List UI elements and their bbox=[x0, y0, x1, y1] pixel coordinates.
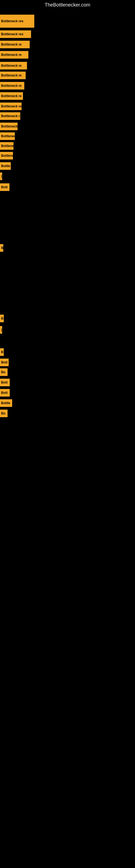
bottleneck-bar-12: Bottleneck bbox=[0, 132, 15, 140]
bottleneck-bar-20: | bbox=[0, 326, 2, 334]
bottleneck-bar-24: Bott bbox=[0, 379, 10, 386]
bottleneck-bar-1: Bottleneck res bbox=[0, 14, 34, 28]
bottleneck-bar-26: Bottle bbox=[0, 399, 12, 407]
bottleneck-bar-11: Bottleneck r bbox=[0, 123, 17, 130]
bottleneck-bar-7: Bottleneck re bbox=[0, 82, 24, 90]
bottleneck-bar-23: Bo bbox=[0, 368, 8, 376]
bottleneck-bar-2: Bottleneck res bbox=[0, 30, 31, 38]
bottleneck-bar-16: | bbox=[0, 173, 2, 180]
bottleneck-bar-17: Bott bbox=[0, 183, 9, 191]
bottleneck-bar-3: Bottleneck re bbox=[0, 41, 30, 48]
bottleneck-bar-6: Bottleneck re bbox=[0, 72, 26, 79]
site-title: TheBottlenecker.com bbox=[0, 0, 135, 10]
bottleneck-bar-4: Bottleneck re bbox=[0, 51, 28, 59]
bottleneck-bar-15: Bottle bbox=[0, 162, 11, 170]
bottleneck-bar-5: Bottleneck re bbox=[0, 62, 27, 69]
bottleneck-bar-18: B bbox=[0, 244, 3, 252]
bottleneck-bar-21: B bbox=[0, 348, 4, 356]
bottleneck-bar-19: B bbox=[0, 315, 4, 322]
bottleneck-bar-8: Bottleneck re bbox=[0, 92, 23, 100]
bottleneck-bar-13: Bottleneck bbox=[0, 142, 13, 150]
bottleneck-bar-22: Bott bbox=[0, 359, 9, 366]
bottleneck-bar-14: Bottleneck bbox=[0, 152, 13, 159]
bottleneck-bar-25: Bott bbox=[0, 389, 10, 397]
bottleneck-bar-10: Bottleneck r bbox=[0, 112, 20, 120]
bottleneck-bar-9: Bottleneck re bbox=[0, 102, 21, 110]
bottleneck-bar-27: Bo bbox=[0, 410, 8, 417]
